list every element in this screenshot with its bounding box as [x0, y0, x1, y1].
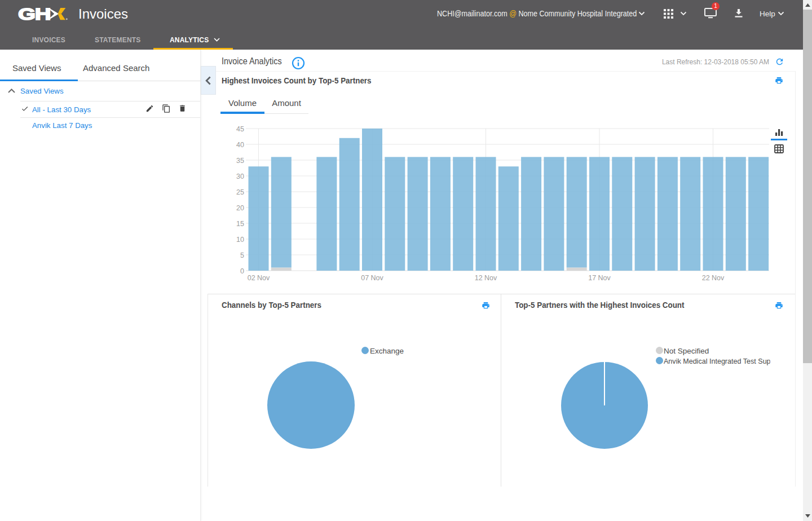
svg-text:22 Nov: 22 Nov [702, 274, 725, 282]
svg-text:45: 45 [236, 125, 244, 133]
svg-text:GH: GH [18, 6, 50, 21]
svg-text:17 Nov: 17 Nov [588, 274, 611, 282]
svg-text:5: 5 [240, 251, 244, 259]
svg-text:0: 0 [240, 267, 244, 275]
svg-text:40: 40 [236, 141, 244, 149]
svg-text:10: 10 [236, 236, 244, 244]
svg-text:02 Nov: 02 Nov [248, 274, 270, 282]
svg-text:30: 30 [236, 173, 244, 180]
svg-text:35: 35 [236, 157, 244, 165]
svg-text:15: 15 [236, 220, 244, 228]
svg-text:07 Nov: 07 Nov [361, 274, 383, 282]
svg-text:20: 20 [236, 204, 244, 212]
svg-text:12 Nov: 12 Nov [475, 274, 497, 282]
svg-text:25: 25 [236, 188, 244, 196]
